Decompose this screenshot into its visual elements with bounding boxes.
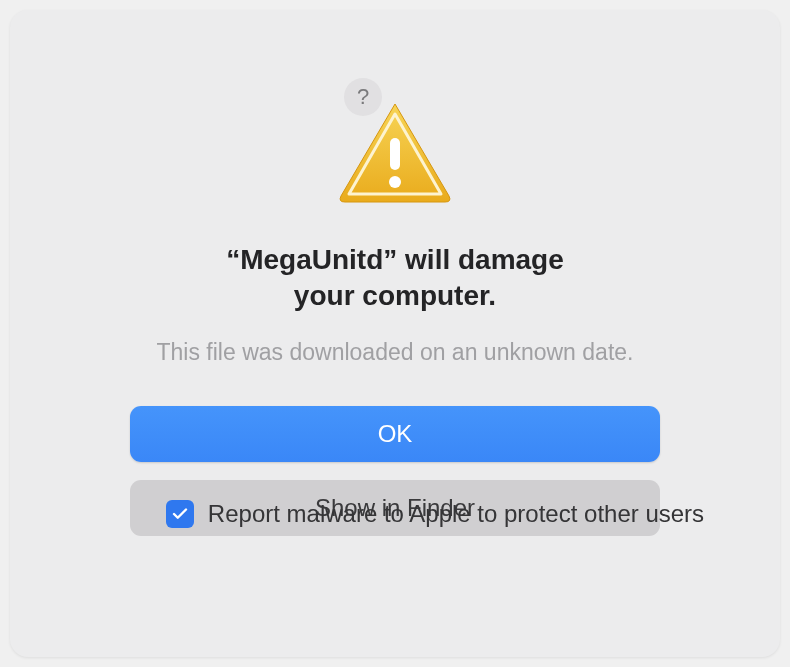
dialog-subtitle: This file was downloaded on an unknown d… [157,339,634,366]
report-checkbox-row: Report malware to Apple to protect other… [166,500,704,528]
warning-icon [335,98,455,212]
dialog-title: “MegaUnitd” will damage your computer. [226,242,564,315]
title-line-2: your computer. [226,278,564,314]
svg-point-1 [389,176,401,188]
ok-button[interactable]: OK [130,406,660,462]
title-line-1: “MegaUnitd” will damage [226,242,564,278]
checkmark-icon [171,505,189,523]
svg-rect-0 [390,138,400,170]
report-checkbox-label[interactable]: Report malware to Apple to protect other… [208,500,704,528]
malware-warning-dialog: ? “MegaUnitd” will damage your computer.… [10,10,780,657]
report-checkbox[interactable] [166,500,194,528]
